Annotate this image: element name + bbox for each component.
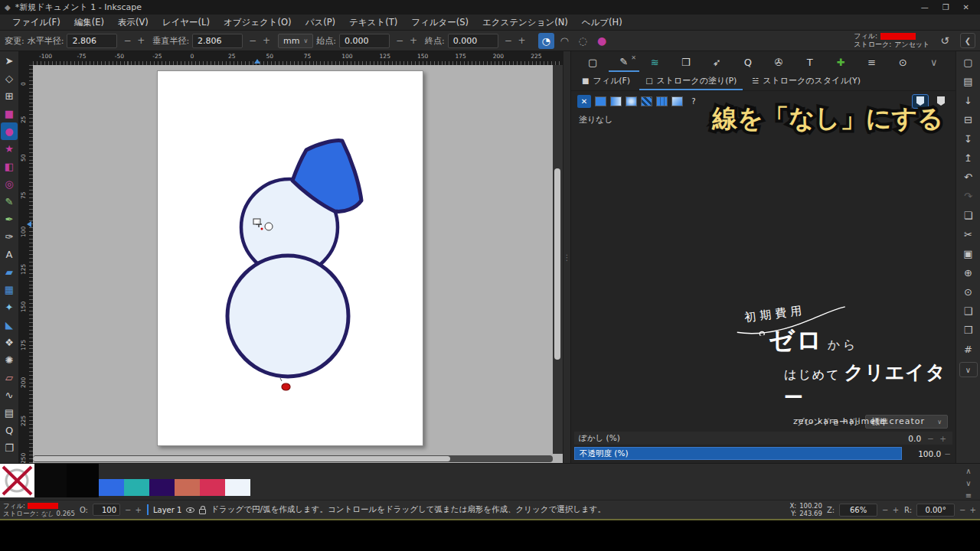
- radial-gradient-button[interactable]: [626, 96, 637, 106]
- document-dialog-icon[interactable]: ▢: [577, 52, 609, 72]
- panel-divider-grip[interactable]: ⋮: [563, 51, 570, 463]
- redo-icon[interactable]: ↷: [959, 187, 978, 206]
- zoom-stepper[interactable]: − +: [882, 506, 900, 514]
- ry-input[interactable]: 2.806: [192, 34, 243, 48]
- save-document-icon[interactable]: ↓: [959, 91, 978, 110]
- tab-stroke-style[interactable]: ☱ ストロークのスタイル(Y): [746, 73, 867, 90]
- box-3d-tool[interactable]: ◧: [1, 158, 18, 175]
- shape-builder-tool[interactable]: ⊞: [1, 87, 18, 105]
- swatch-black-1[interactable]: [34, 464, 67, 497]
- menu-item-extensions[interactable]: エクステンション(N): [476, 15, 574, 30]
- open-document-icon[interactable]: ▤: [959, 72, 978, 91]
- menu-item-help[interactable]: ヘルプ(H): [576, 15, 629, 30]
- paste-icon[interactable]: ▣: [959, 244, 978, 263]
- arc-mode-chord-button[interactable]: ◌: [575, 33, 591, 49]
- trace-dialog-icon[interactable]: ⊙: [887, 52, 919, 72]
- eraser-tool[interactable]: ▱: [1, 369, 18, 386]
- swatch-coral[interactable]: [175, 479, 200, 496]
- menu-item-filters[interactable]: フィルター(S): [405, 15, 475, 30]
- red-dot-ellipse[interactable]: [282, 383, 290, 390]
- zoom-drawing-icon[interactable]: ⊕: [959, 263, 978, 282]
- export-icon[interactable]: ↥: [959, 148, 978, 168]
- more-dialogs-icon[interactable]: ∨: [919, 52, 950, 72]
- cut-icon[interactable]: ✂: [959, 225, 978, 244]
- blur-slider[interactable]: ぼかし (%) 0.0 − +: [574, 432, 952, 445]
- zoom-selection-icon[interactable]: ⊙: [959, 282, 978, 302]
- rectangle-tool[interactable]: ■: [1, 105, 18, 122]
- calligraphy-tool[interactable]: ✑: [1, 228, 18, 246]
- opacity-slider[interactable]: 不透明度 (%): [574, 447, 902, 460]
- swatch-none[interactable]: [0, 464, 34, 497]
- text-tool[interactable]: A: [1, 246, 18, 263]
- menu-item-object[interactable]: オブジェクト(O): [217, 15, 298, 30]
- close-dialog-icon[interactable]: ✕: [631, 54, 636, 61]
- palette-menu-icon[interactable]: ≡: [965, 490, 972, 500]
- object-opacity-input[interactable]: 100: [93, 504, 120, 516]
- selector-tool[interactable]: ➤: [1, 52, 18, 70]
- zoom-input[interactable]: 66%: [839, 504, 877, 517]
- ungroup-icon[interactable]: ❒: [959, 321, 978, 340]
- swatch-indigo[interactable]: [149, 479, 175, 496]
- menu-item-path[interactable]: パス(P): [299, 15, 341, 30]
- node-tool[interactable]: ◇: [1, 70, 18, 87]
- horizontal-ruler[interactable]: -100-75-50-25025507510012515017520022525…: [33, 51, 563, 65]
- pen-tool[interactable]: ✒: [1, 210, 18, 228]
- group-icon[interactable]: ❑: [959, 302, 978, 321]
- objects-dialog-icon[interactable]: ❒: [671, 52, 702, 72]
- rx-input[interactable]: 2.806: [67, 34, 117, 48]
- menu-item-text[interactable]: テキスト(T): [343, 15, 403, 30]
- start-stepper[interactable]: − +: [396, 35, 419, 46]
- swatch-button[interactable]: [656, 96, 668, 106]
- swatch-teal[interactable]: [124, 479, 149, 496]
- menu-item-file[interactable]: ファイル(F): [6, 15, 67, 30]
- swatch-white-blue[interactable]: [225, 479, 250, 496]
- menu-item-edit[interactable]: 編集(E): [68, 15, 110, 30]
- gradient-tool[interactable]: ▰: [1, 263, 18, 281]
- star-tool[interactable]: ★: [1, 140, 18, 158]
- ry-stepper[interactable]: − +: [249, 35, 272, 46]
- connector-tool[interactable]: ∿: [1, 386, 18, 404]
- layers-dialog-icon[interactable]: ≋: [639, 52, 671, 72]
- spiral-tool[interactable]: ◎: [1, 175, 18, 193]
- menu-item-layer[interactable]: レイヤー(L): [156, 15, 216, 30]
- menu-item-view[interactable]: 表示(V): [112, 15, 155, 30]
- minimize-button[interactable]: —: [921, 3, 929, 11]
- rx-stepper[interactable]: − +: [123, 35, 146, 46]
- fill-stroke-indicator[interactable]: フィル: ストローク: なし 0.265: [3, 502, 75, 517]
- restore-button[interactable]: ❐: [942, 3, 949, 11]
- commands-more-button[interactable]: ∨: [959, 362, 978, 377]
- fill-stroke-dialog-icon[interactable]: ✎✕: [609, 52, 640, 72]
- linear-gradient-button[interactable]: [610, 96, 622, 106]
- page-tool[interactable]: ▤: [1, 404, 18, 422]
- canvas[interactable]: -100-75-50-25025507510012515017520022525…: [19, 51, 563, 463]
- fill-color-swatch[interactable]: [880, 33, 916, 40]
- arc-mode-arc-button[interactable]: ◠: [557, 33, 573, 49]
- find-dialog-icon[interactable]: Q: [733, 52, 764, 72]
- unknown-paint-button[interactable]: ?: [687, 95, 701, 108]
- end-input[interactable]: 0.000: [448, 34, 498, 48]
- layer-visibility-icon[interactable]: [186, 507, 194, 513]
- make-whole-ellipse-button[interactable]: ●: [594, 34, 610, 47]
- print-icon[interactable]: ⊟: [959, 110, 978, 129]
- swatch-black-2[interactable]: [67, 464, 99, 497]
- rotation-stepper[interactable]: − +: [959, 506, 977, 514]
- path-effects-dialog-icon[interactable]: ➶: [701, 52, 733, 72]
- layer-lock-icon[interactable]: [199, 509, 206, 514]
- pattern-button[interactable]: [641, 96, 652, 106]
- pages-tool[interactable]: ❐: [1, 439, 18, 457]
- swatch-blue[interactable]: [99, 479, 124, 496]
- no-paint-button[interactable]: ✕: [577, 95, 591, 108]
- mesh-gradient-tool[interactable]: ▦: [1, 281, 18, 298]
- zoom-tool[interactable]: Q: [1, 422, 18, 439]
- symbols-dialog-icon[interactable]: ✇: [763, 52, 795, 72]
- unit-dropdown[interactable]: mm ∨: [278, 34, 313, 48]
- dropper-tool[interactable]: ✦: [1, 298, 18, 316]
- pencil-tool[interactable]: ✎: [1, 193, 18, 210]
- tab-stroke-paint[interactable]: □ ストロークの塗り(P): [639, 73, 743, 90]
- new-document-icon[interactable]: ▢: [959, 53, 978, 72]
- layer-selector[interactable]: Layer 1: [153, 506, 181, 514]
- undo-icon[interactable]: ↶: [959, 168, 978, 187]
- copy-icon[interactable]: ❏: [959, 206, 978, 225]
- reset-defaults-icon[interactable]: ↺: [940, 34, 949, 47]
- extensions-dialog-icon[interactable]: ✚: [825, 52, 857, 72]
